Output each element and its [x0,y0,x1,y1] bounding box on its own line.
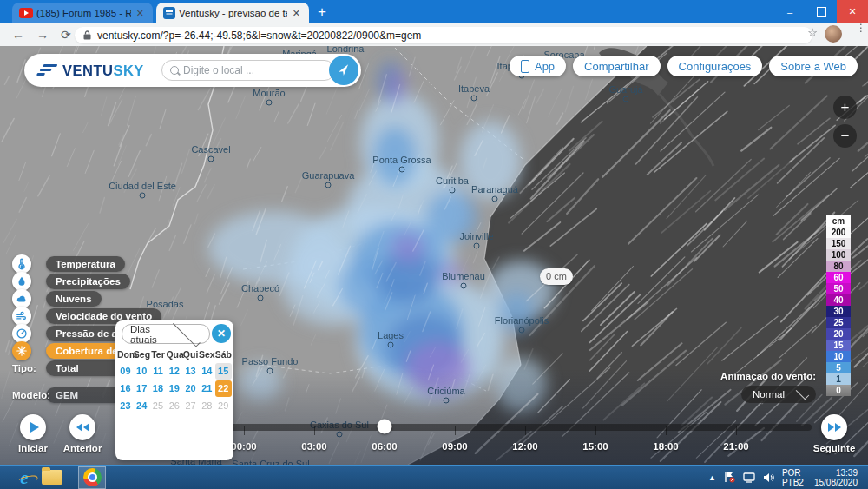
calendar-day-17[interactable]: 17 [134,380,150,397]
map-viewport[interactable]: MaringáLondrinaMourãoItapetiningaSorocab… [0,46,868,465]
modelo-select[interactable]: GEM [46,387,122,403]
calendar-day-20[interactable]: 20 [182,380,199,397]
profile-avatar[interactable] [825,25,842,43]
calendar-day-23[interactable]: 23 [117,398,134,414]
close-icon[interactable]: ✕ [135,8,146,19]
legend-row-25: 25 [826,317,851,328]
location-arrow-icon [338,64,350,76]
ventusky-icon [163,7,175,19]
browser-toolbar: ← → ⟳ ventusky.com/?p=-26.44;-49.58;6&l=… [0,23,868,46]
close-window-button[interactable]: ✕ [837,0,868,23]
folder-icon [42,470,62,485]
bookmark-star-icon[interactable]: ☆ [807,26,818,39]
calendar-range-select[interactable]: Dias atuais [122,324,210,344]
chevron-down-icon [173,319,200,346]
calendar-day-21[interactable]: 21 [199,380,215,397]
search-input[interactable]: Digite o local ... [161,60,335,81]
new-tab-button[interactable]: + [318,3,326,22]
calendar-day-16[interactable]: 16 [117,380,134,397]
button-app[interactable]: App [510,56,566,76]
maximize-button[interactable] [806,0,837,23]
legend-row-15: 15 [826,340,851,351]
calendar-row: 16171819202122 [117,380,232,397]
legend-row-30: 30 [826,306,851,317]
ventusky-logo[interactable]: VENTUSKY [38,63,144,79]
address-bar[interactable]: ventusky.com/?p=-26.44;-49.58;6&l=snow&t… [75,27,812,43]
next-button[interactable] [821,414,847,440]
wind-icon [12,307,31,326]
sidebar-item-precipitac-o-es[interactable]: Precipitações [12,272,130,291]
forward-icon[interactable]: → [36,28,49,42]
locate-button[interactable] [329,56,358,85]
hidden-icons-chevron[interactable]: ▲ [708,473,716,482]
sidebar-item-label: Nuvens [46,291,102,307]
next-label: Seguinte [813,443,856,453]
action-center-flag-icon[interactable] [724,472,735,483]
sidebar-item-pressa-o-de-ar[interactable]: Pressão de ar [12,324,130,343]
network-icon[interactable] [743,472,755,483]
timeline-time-label: 09:00 [442,441,467,452]
legend-row-0: 0 [826,385,851,396]
sidebar-item-temperatura[interactable]: Temperatura [12,254,125,274]
back-icon[interactable]: ← [12,28,24,42]
taskbar-clock[interactable]: 13:39 15/08/2020 [814,468,858,487]
calendar-day-09[interactable]: 09 [117,363,134,380]
button-compartilhar[interactable]: Compartilhar [573,56,660,76]
calendar-day-15[interactable]: 15 [215,363,232,380]
timeline-tick [595,426,596,435]
reload-icon[interactable]: ⟳ [61,28,71,42]
minimize-button[interactable]: – [774,0,806,23]
tab-youtube[interactable]: (185) Forum 1985 - Russian Synth ✕ [12,3,153,23]
taskbar-chrome-button[interactable] [78,466,106,489]
calendar-day-19[interactable]: 19 [166,380,182,397]
taskbar-ie-button[interactable]: e [10,466,38,489]
top-buttons: AppCompartilharConfiguraçõesSobre a Web [510,56,858,76]
button-configurac-o-es[interactable]: Configurações [667,56,763,76]
sidebar-item-label: Precipitações [46,274,130,289]
calendar-close-button[interactable]: ✕ [212,324,231,343]
zoom-out-button[interactable]: − [833,124,857,148]
timeline-time-label: 03:00 [301,441,326,452]
calendar-day-28: 28 [199,398,215,414]
droplet-icon [12,272,31,291]
weekday-label: Sáb [215,349,232,360]
button-sobre-a-web[interactable]: Sobre a Web [769,56,858,76]
windows-taskbar: e ▲ POR PTB2 13:39 15/08/2020 [0,465,868,489]
tipo-select[interactable]: Total [46,360,122,376]
close-icon[interactable]: ✕ [291,8,302,19]
previous-button[interactable] [69,414,95,440]
zoom-in-button[interactable]: + [833,96,857,119]
play-button[interactable] [20,414,46,440]
timeline-handle[interactable] [378,420,392,434]
status-badge: 0 cm [540,268,573,285]
search-placeholder: Digite o local ... [183,64,254,76]
calendar-day-24[interactable]: 24 [134,398,150,414]
tab-ventusky[interactable]: Ventusky - previsão de tempo no ✕ [156,3,309,23]
calendar-day-12[interactable]: 12 [166,363,182,380]
browser-menu-icon[interactable]: ⋮ [856,25,859,31]
volume-icon[interactable] [763,472,774,483]
sidebar-item-label: Temperatura [46,256,125,272]
calendar-day-27: 27 [182,398,199,414]
legend-row-10: 10 [826,351,851,362]
calendar-day-14[interactable]: 14 [199,363,215,380]
taskbar-explorer-button[interactable] [38,466,66,489]
legend-row-80: 80 [826,261,851,272]
calendar-day-11[interactable]: 11 [150,363,167,380]
wind-animation-select[interactable]: Normal [741,386,816,403]
weekday-label: Qui [182,349,199,360]
calendar-day-29: 29 [215,398,232,414]
gauge-icon [12,324,31,343]
timeline-track[interactable] [230,424,812,431]
legend-row-40: 40 [826,294,851,306]
timeline-tick [525,426,526,435]
language-indicator[interactable]: POR PTB2 [782,468,804,487]
calendar-day-18[interactable]: 18 [150,380,167,397]
calendar-popup: Dias atuais ✕ DomSegTerQuaQuiSexSáb 0910… [115,320,233,460]
calendar-day-13[interactable]: 13 [182,363,199,380]
internet-explorer-icon: e [20,469,28,486]
calendar-day-10[interactable]: 10 [134,363,150,380]
sidebar-item-nuvens[interactable]: Nuvens [12,289,102,308]
play-label: Iniciar [18,443,48,453]
calendar-day-22[interactable]: 22 [215,380,232,397]
